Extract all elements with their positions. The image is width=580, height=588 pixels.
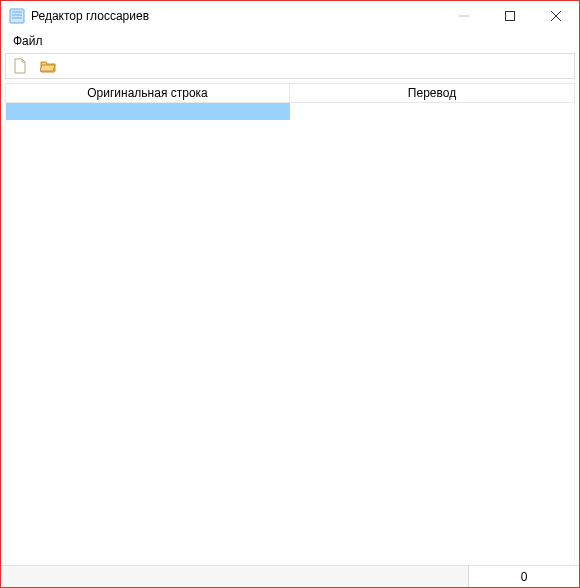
new-file-button[interactable] — [10, 56, 30, 76]
cell-translation[interactable] — [290, 103, 574, 120]
close-button[interactable] — [533, 1, 579, 31]
status-count: 0 — [469, 566, 579, 587]
table-body[interactable] — [5, 103, 575, 565]
open-file-button[interactable] — [38, 56, 58, 76]
titlebar: Редактор глоссариев — [1, 1, 579, 31]
window-title: Редактор глоссариев — [31, 9, 441, 23]
table-row[interactable] — [6, 103, 574, 120]
open-folder-icon — [40, 58, 56, 74]
minimize-button[interactable] — [441, 1, 487, 31]
column-header-translation[interactable]: Перевод — [290, 83, 575, 103]
window-controls — [441, 1, 579, 31]
table-header: Оригинальная строка Перевод — [5, 83, 575, 103]
app-window: Редактор глоссариев Файл — [0, 0, 580, 588]
menu-file[interactable]: Файл — [7, 32, 49, 50]
statusbar: 0 — [1, 565, 579, 587]
cell-original[interactable] — [6, 103, 290, 120]
glossary-table: Оригинальная строка Перевод — [5, 83, 575, 565]
toolbar — [5, 53, 575, 79]
status-spacer — [1, 566, 469, 587]
column-header-original[interactable]: Оригинальная строка — [5, 83, 290, 103]
new-file-icon — [12, 58, 28, 74]
svg-rect-5 — [506, 12, 515, 21]
maximize-button[interactable] — [487, 1, 533, 31]
menubar: Файл — [1, 31, 579, 51]
svg-rect-0 — [10, 9, 24, 23]
app-icon — [9, 8, 25, 24]
